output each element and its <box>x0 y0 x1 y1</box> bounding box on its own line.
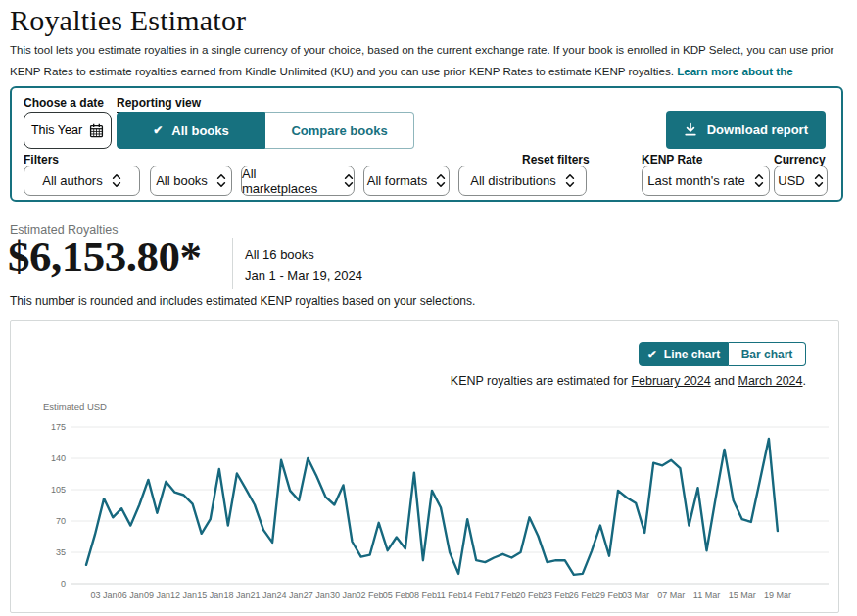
download-report-button[interactable]: Download report <box>666 111 826 149</box>
stepper-icon <box>344 172 354 189</box>
x-tick-label: 15 Mar <box>729 591 756 600</box>
calendar-icon <box>89 123 104 138</box>
authors-dropdown[interactable]: All authors <box>24 166 140 196</box>
kenp-estimate-note: KENP royalties are estimated for Februar… <box>451 374 806 388</box>
note-february-link[interactable]: February 2024 <box>631 374 710 388</box>
x-tick-label: 30 Jan <box>330 591 357 600</box>
stepper-icon <box>814 172 824 189</box>
y-axis-title: Estimated USD <box>43 402 107 412</box>
x-tick-label: 20 Feb <box>515 591 543 600</box>
distributions-dropdown-value: All distributions <box>470 173 555 188</box>
x-tick-label: 03 Jan <box>91 591 118 600</box>
currency-label: Currency <box>774 153 826 166</box>
kenp-rate-dropdown[interactable]: Last month's rate <box>642 166 770 196</box>
x-tick-label: 11 Mar <box>693 591 720 600</box>
x-tick-label: 05 Feb <box>383 591 410 600</box>
x-tick-label: 03 Mar <box>622 591 649 600</box>
line-chart-toggle[interactable]: ✔ Line chart <box>639 342 729 366</box>
note-text: KENP royalties are estimated for <box>451 374 632 388</box>
tab-all-books-label: All books <box>171 123 229 138</box>
x-tick-label: 12 Jan <box>170 591 197 600</box>
note-text: and <box>711 374 738 388</box>
tab-compare-books[interactable]: Compare books <box>265 112 414 149</box>
stepper-icon <box>754 172 764 189</box>
authors-dropdown-value: All authors <box>42 173 102 188</box>
y-tick-label: 105 <box>51 485 66 495</box>
stepper-icon <box>436 172 446 189</box>
chart-type-toggle: ✔ Line chart Bar chart <box>639 342 806 366</box>
filters-label: Filters <box>24 153 59 166</box>
summary-note: This number is rounded and includes esti… <box>10 294 475 308</box>
reporting-view-label: Reporting view <box>117 96 201 113</box>
x-tick-label: 09 Jan <box>144 591 170 600</box>
note-march-link[interactable]: March 2024 <box>738 374 803 388</box>
royalties-line-series <box>86 439 778 575</box>
y-tick-label: 70 <box>56 516 66 526</box>
summary-books-count: All 16 books <box>245 247 314 261</box>
tab-all-books[interactable]: ✔ All books <box>117 112 265 149</box>
chart-panel: ✔ Line chart Bar chart KENP royalties ar… <box>10 320 839 613</box>
books-dropdown-value: All books <box>156 173 208 188</box>
royalties-line-chart: 1751401057035003 Jan06 Jan09 Jan12 Jan15… <box>30 419 833 611</box>
reporting-view-tabs: ✔ All books Compare books <box>117 112 414 149</box>
x-tick-label: 29 Feb <box>595 591 623 600</box>
kenp-rate-label: KENP Rate <box>642 153 702 166</box>
x-tick-label: 18 Jan <box>223 591 250 600</box>
y-tick-label: 0 <box>61 579 66 589</box>
reset-filters-button[interactable]: Reset filters <box>522 153 590 166</box>
marketplaces-dropdown-value: All marketplaces <box>242 166 335 196</box>
date-range-button[interactable]: This Year <box>24 112 112 149</box>
download-icon <box>684 122 697 137</box>
royalties-estimator-page: Royalties Estimator This tool lets you e… <box>0 0 857 616</box>
note-text: . <box>803 374 806 388</box>
x-tick-label: 23 Feb <box>543 591 570 600</box>
currency-value: USD <box>778 173 804 188</box>
check-icon: ✔ <box>153 123 163 137</box>
stepper-icon <box>216 172 226 189</box>
filter-panel: Choose a date This Year Reporting view <box>10 86 843 202</box>
bar-chart-toggle[interactable]: Bar chart <box>729 342 806 366</box>
x-tick-label: 14 Feb <box>462 591 490 600</box>
x-tick-label: 11 Feb <box>436 591 462 600</box>
x-tick-label: 17 Feb <box>489 591 516 600</box>
stepper-icon <box>565 172 575 189</box>
check-icon: ✔ <box>647 348 657 361</box>
y-tick-label: 175 <box>51 422 66 432</box>
x-tick-label: 08 Feb <box>409 591 437 600</box>
x-tick-label: 24 Jan <box>277 591 304 600</box>
marketplaces-dropdown[interactable]: All marketplaces <box>241 166 355 196</box>
download-report-label: Download report <box>707 122 808 137</box>
summary-divider <box>232 238 233 289</box>
tab-compare-books-label: Compare books <box>291 123 387 138</box>
formats-dropdown-value: All formats <box>367 173 427 188</box>
formats-dropdown[interactable]: All formats <box>363 166 450 196</box>
x-tick-label: 27 Jan <box>304 591 330 600</box>
x-tick-label: 06 Jan <box>118 591 144 600</box>
books-dropdown[interactable]: All books <box>150 166 232 196</box>
y-tick-label: 35 <box>56 547 66 557</box>
distributions-dropdown[interactable]: All distributions <box>458 166 587 196</box>
choose-date-label: Choose a date <box>24 96 104 110</box>
x-tick-label: 21 Jan <box>250 591 276 600</box>
y-tick-label: 140 <box>51 453 66 463</box>
line-chart-label: Line chart <box>664 348 720 361</box>
currency-dropdown[interactable]: USD <box>774 166 828 196</box>
stepper-icon <box>112 172 121 189</box>
x-tick-label: 19 Mar <box>764 591 791 600</box>
page-title: Royalties Estimator <box>10 4 246 37</box>
date-range-value: This Year <box>31 123 82 137</box>
x-tick-label: 07 Mar <box>657 591 685 600</box>
x-tick-label: 26 Feb <box>569 591 596 600</box>
x-tick-label: 02 Feb <box>357 591 384 600</box>
x-tick-label: 15 Jan <box>197 591 223 600</box>
bar-chart-label: Bar chart <box>741 348 793 361</box>
kenp-rate-value: Last month's rate <box>647 173 744 188</box>
summary-date-range: Jan 1 - Mar 19, 2024 <box>245 268 362 283</box>
estimated-royalties-amount: $6,153.80* <box>8 231 202 282</box>
